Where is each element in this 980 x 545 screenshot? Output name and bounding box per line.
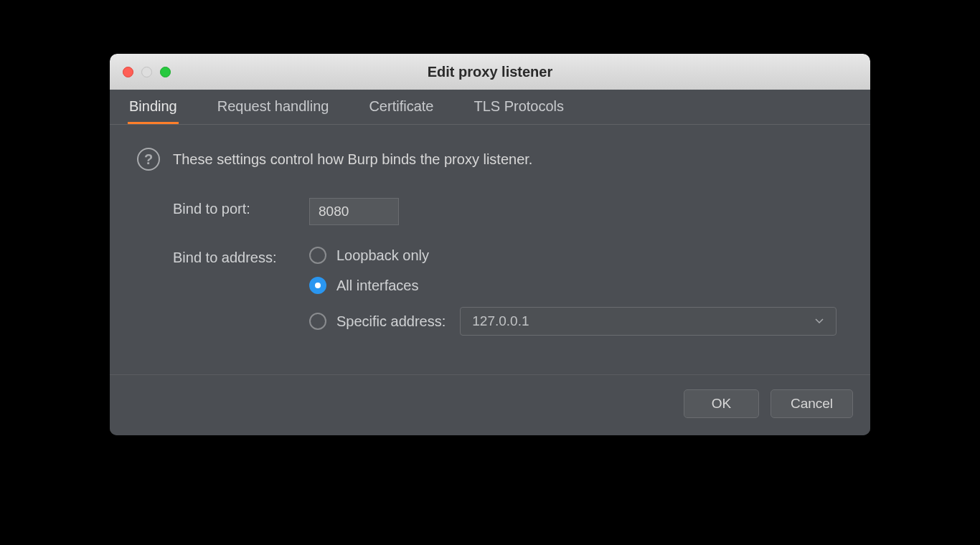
address-label: Bind to address: <box>173 247 309 266</box>
tab-request-handling[interactable]: Request handling <box>216 90 331 124</box>
dialog-footer: OK Cancel <box>110 374 870 435</box>
help-icon[interactable]: ? <box>137 148 160 171</box>
tab-tls-protocols[interactable]: TLS Protocols <box>472 90 565 124</box>
specific-address-select[interactable]: 127.0.0.1 <box>460 307 837 336</box>
radio-loopback[interactable] <box>309 247 326 264</box>
cancel-button[interactable]: Cancel <box>771 389 853 418</box>
maximize-icon[interactable] <box>160 67 171 77</box>
titlebar: Edit proxy listener <box>110 54 870 90</box>
description-text: These settings control how Burp binds th… <box>173 151 532 168</box>
tab-binding[interactable]: Binding <box>128 90 179 124</box>
address-row: Bind to address: Loopback only All inter… <box>173 247 843 336</box>
form-area: Bind to port: Bind to address: Loopback … <box>137 198 843 336</box>
traffic-lights <box>123 67 171 77</box>
radio-specific-label: Specific address: <box>336 313 446 330</box>
content-panel: ? These settings control how Burp binds … <box>110 125 870 374</box>
chevron-down-icon <box>814 316 824 328</box>
radio-option-all: All interfaces <box>309 277 837 294</box>
radio-option-loopback: Loopback only <box>309 247 837 264</box>
radio-group: Loopback only All interfaces Specific ad… <box>309 247 837 336</box>
close-icon[interactable] <box>123 67 133 77</box>
radio-specific-address[interactable] <box>309 313 326 330</box>
radio-all-label: All interfaces <box>336 278 419 294</box>
window-title: Edit proxy listener <box>428 64 553 80</box>
port-label: Bind to port: <box>173 198 309 217</box>
radio-loopback-label: Loopback only <box>336 247 429 264</box>
port-input[interactable] <box>309 198 399 225</box>
minimize-icon[interactable] <box>141 67 152 77</box>
radio-all-interfaces[interactable] <box>309 277 326 294</box>
description-row: ? These settings control how Burp binds … <box>137 148 843 171</box>
select-value: 127.0.0.1 <box>472 313 529 329</box>
ok-button[interactable]: OK <box>684 389 759 418</box>
dialog-window: Edit proxy listener Binding Request hand… <box>110 54 870 435</box>
radio-option-specific: Specific address: 127.0.0.1 <box>309 307 837 336</box>
tab-certificate[interactable]: Certificate <box>367 90 435 124</box>
tabbar: Binding Request handling Certificate TLS… <box>110 90 870 125</box>
port-row: Bind to port: <box>173 198 843 225</box>
